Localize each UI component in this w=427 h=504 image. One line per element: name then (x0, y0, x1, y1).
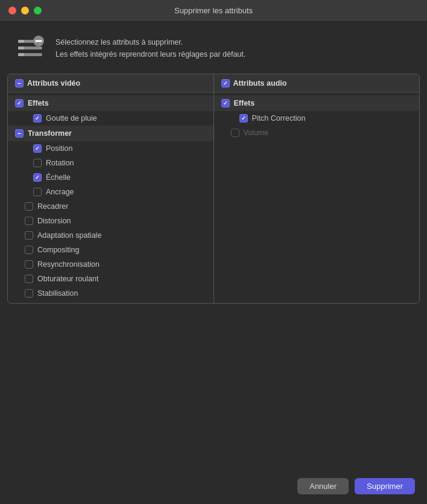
audio-effets-header: Effets (214, 95, 420, 111)
video-compositing-checkbox[interactable] (25, 246, 33, 254)
video-resync-checkbox[interactable] (25, 260, 33, 269)
header-description: Sélectionnez les attributs à supprimer. … (55, 36, 245, 60)
video-rotation-row: Rotation (8, 156, 214, 170)
video-obturateur-label: Obturateur roulant (37, 275, 98, 283)
window-title: Supprimer les attributs (174, 6, 253, 15)
video-rotation-checkbox[interactable] (33, 159, 42, 167)
video-echelle-checkbox[interactable] (33, 173, 42, 182)
svg-rect-7 (35, 40, 42, 42)
video-transformer-checkbox[interactable] (15, 129, 24, 138)
audio-pitch-checkbox[interactable] (239, 114, 248, 123)
svg-rect-3 (18, 40, 24, 43)
main-content: Attributs vidéo Effets Goutte de pluie T… (0, 74, 427, 470)
video-adaptation-checkbox[interactable] (25, 231, 33, 240)
audio-effets-label: Effets (234, 99, 255, 107)
video-echelle-row: Échelle (8, 170, 214, 185)
close-button[interactable] (8, 7, 16, 14)
header-line2: Les effets intégrés reprendront leurs ré… (55, 50, 245, 59)
video-distorsion-checkbox[interactable] (25, 217, 33, 225)
video-distorsion-label: Distorsion (37, 217, 71, 225)
audio-volume-checkbox[interactable] (231, 129, 239, 137)
delete-button[interactable]: Supprimer (355, 478, 415, 494)
video-effets-checkbox[interactable] (15, 99, 24, 107)
audio-pitch-row: Pitch Correction (214, 111, 420, 126)
header-section: Sélectionnez les attributs à supprimer. … (0, 22, 427, 74)
video-header-checkbox[interactable] (15, 79, 24, 88)
video-transformer-label: Transformer (28, 129, 72, 138)
audio-column-body: Effets Pitch Correction Volume (214, 93, 420, 142)
video-obturateur-row: Obturateur roulant (8, 272, 214, 286)
video-resync-row: Resynchronisation (8, 257, 214, 272)
video-column-body: Effets Goutte de pluie Transformer Posit… (8, 93, 214, 303)
maximize-button[interactable] (34, 7, 42, 14)
video-position-label: Position (46, 144, 72, 153)
video-stabilisation-checkbox[interactable] (25, 289, 33, 298)
video-adaptation-label: Adaptation spatiale (37, 231, 101, 240)
audio-header-checkbox[interactable] (221, 79, 230, 88)
footer: Annuler Supprimer (0, 470, 427, 504)
audio-volume-label: Volume (244, 129, 269, 137)
video-compositing-row: Compositing (8, 243, 214, 257)
video-position-checkbox[interactable] (33, 144, 42, 153)
video-column: Attributs vidéo Effets Goutte de pluie T… (8, 74, 214, 303)
video-recadrer-row: Recadrer (8, 199, 214, 214)
video-obturateur-checkbox[interactable] (25, 275, 33, 283)
video-stabilisation-row: Stabilisation (8, 286, 214, 301)
video-transformer-header: Transformer (8, 126, 214, 141)
header-line1: Sélectionnez les attributs à supprimer. (55, 38, 183, 46)
video-stabilisation-label: Stabilisation (37, 289, 78, 298)
video-echelle-label: Échelle (46, 173, 71, 182)
audio-column: Attributs audio Effets Pitch Correction … (214, 74, 420, 303)
svg-rect-5 (18, 53, 24, 56)
columns-container: Attributs vidéo Effets Goutte de pluie T… (7, 74, 420, 304)
video-adaptation-row: Adaptation spatiale (8, 228, 214, 243)
header-icon (14, 33, 46, 64)
video-ancrage-label: Ancrage (46, 188, 74, 196)
video-resync-label: Resynchronisation (37, 260, 100, 269)
video-ancrage-checkbox[interactable] (33, 188, 42, 196)
video-goutte-checkbox[interactable] (33, 114, 42, 123)
svg-rect-4 (18, 46, 24, 49)
cancel-button[interactable]: Annuler (297, 478, 349, 494)
video-recadrer-label: Recadrer (37, 202, 68, 211)
minimize-button[interactable] (21, 7, 29, 14)
video-goutte-row: Goutte de pluie (8, 111, 214, 126)
video-distorsion-row: Distorsion (8, 214, 214, 228)
video-goutte-label: Goutte de pluie (46, 114, 97, 123)
video-effets-header: Effets (8, 95, 214, 111)
window-controls[interactable] (8, 7, 42, 14)
video-position-row: Position (8, 141, 214, 156)
video-recadrer-checkbox[interactable] (25, 202, 33, 211)
video-ancrage-row: Ancrage (8, 185, 214, 199)
audio-volume-row: Volume (214, 126, 420, 140)
audio-column-header: Attributs audio (214, 74, 420, 93)
video-rotation-label: Rotation (46, 159, 74, 167)
video-column-header: Attributs vidéo (8, 74, 214, 93)
audio-effets-checkbox[interactable] (221, 99, 230, 107)
video-effets-label: Effets (28, 99, 49, 107)
audio-pitch-label: Pitch Correction (252, 114, 306, 123)
video-column-title: Attributs vidéo (27, 79, 80, 88)
video-compositing-label: Compositing (37, 246, 79, 254)
audio-column-title: Attributs audio (233, 79, 287, 88)
titlebar: Supprimer les attributs (0, 0, 427, 22)
